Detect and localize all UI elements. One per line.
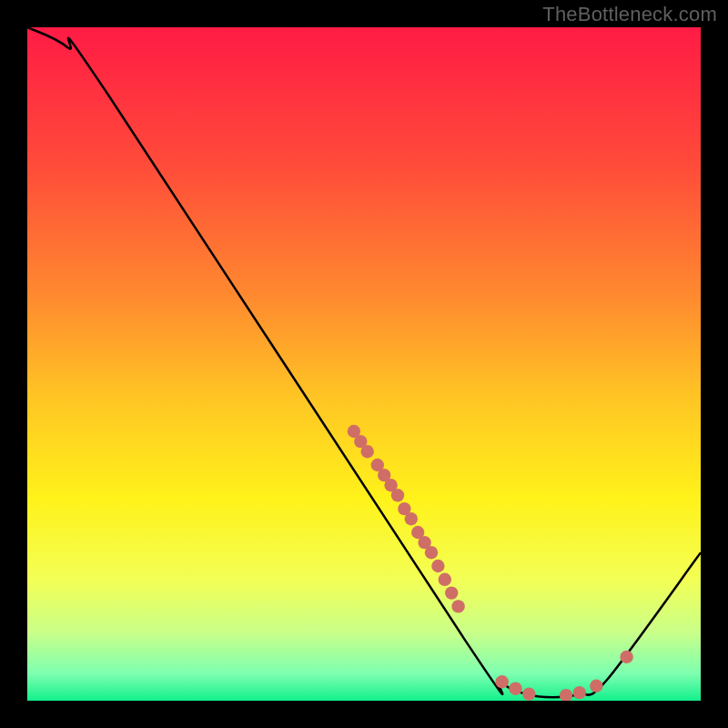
- watermark-label: TheBottleneck.com: [542, 3, 717, 26]
- scatter-point: [620, 651, 632, 663]
- plot-area: [27, 27, 701, 701]
- scatter-point: [509, 682, 521, 694]
- scatter-point: [425, 546, 438, 559]
- scatter-point: [590, 680, 602, 693]
- scatter-point: [391, 489, 404, 501]
- scatter-point: [496, 675, 509, 688]
- scatter-point: [445, 586, 458, 599]
- scatter-point: [361, 445, 374, 458]
- scatter-point: [405, 512, 418, 525]
- gradient-background: [27, 27, 701, 701]
- scatter-point: [451, 600, 464, 612]
- scatter-point: [431, 560, 444, 572]
- scatter-point: [439, 573, 451, 586]
- chart-svg: [27, 27, 701, 701]
- scatter-point: [573, 686, 586, 699]
- chart-frame: TheBottleneck.com: [0, 0, 728, 728]
- scatter-point: [522, 687, 535, 700]
